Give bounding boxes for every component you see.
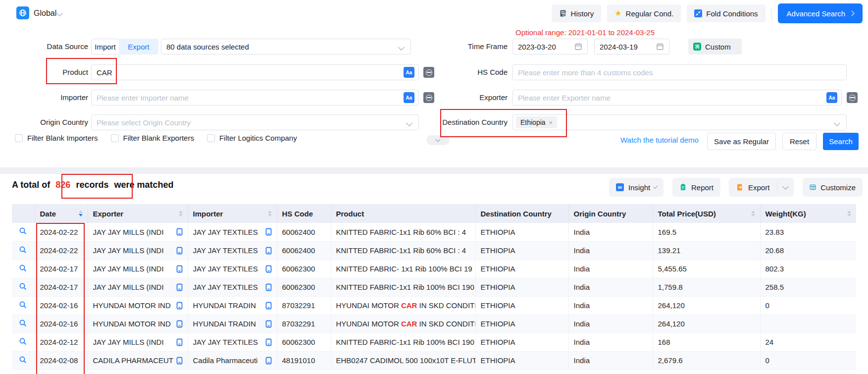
header-total-price[interactable]: Total Price(USD) [653, 204, 760, 223]
insight-button[interactable]: BI Insight [609, 178, 664, 197]
sort-icon[interactable] [751, 211, 755, 216]
company-profile-icon[interactable] [176, 302, 183, 310]
table-row[interactable]: 2024-02-08 CADILA PHARMACEUT [12, 351, 856, 370]
date-value: 2024-02-22 [40, 246, 78, 255]
data-source-export-tab[interactable]: Export [119, 39, 158, 54]
customize-button[interactable]: Customize [803, 178, 863, 197]
data-source-select[interactable]: 80 data sources selected [161, 39, 411, 54]
remove-tag-icon[interactable]: × [549, 119, 553, 126]
cell-hs-code: 60062400 [277, 241, 331, 260]
time-frame-end-input[interactable]: 2024-03-19 [594, 39, 669, 54]
hs-code-input[interactable] [518, 68, 841, 77]
row-detail-search-icon[interactable] [19, 246, 27, 254]
fold-conditions-button[interactable]: Fold Conditions [687, 4, 765, 22]
filter-blank-exporters-checkbox[interactable]: Filter Blank Exporters [111, 134, 194, 142]
chevron-down-icon[interactable] [56, 10, 63, 16]
save-as-regular-button[interactable]: Save as Regular [707, 133, 776, 150]
company-profile-icon[interactable] [176, 283, 183, 291]
calendar-icon[interactable] [574, 43, 582, 51]
export-button[interactable]: Export [729, 183, 772, 192]
reset-button[interactable]: Reset [782, 133, 817, 150]
company-profile-icon[interactable] [265, 265, 272, 273]
company-profile-icon[interactable] [265, 283, 272, 291]
company-profile-icon[interactable] [176, 320, 183, 328]
translate-icon[interactable]: Aa [404, 92, 414, 103]
header-weight[interactable]: Weight(KG) [760, 204, 856, 223]
total-price-value: 169.5 [658, 228, 677, 236]
table-row[interactable]: 2024-02-12 JAY JAY MILLS (INDI [12, 333, 856, 351]
chevron-down-icon [398, 44, 405, 51]
row-detail-search-icon[interactable] [19, 319, 27, 327]
checkbox-icon[interactable] [15, 134, 23, 142]
importer-field[interactable]: Aa [91, 90, 419, 106]
row-detail-search-icon[interactable] [19, 264, 27, 272]
tutorial-demo-link[interactable]: Watch the tutorial demo [620, 136, 699, 144]
table-row[interactable]: 2024-02-16 HYUNDAI MOTOR IND [12, 296, 856, 315]
history-button[interactable]: History [552, 4, 602, 22]
calendar-icon[interactable] [656, 43, 664, 51]
company-profile-icon[interactable] [176, 265, 183, 273]
header-date[interactable]: Date [35, 204, 88, 223]
custom-range-button[interactable]: ⌘ Custom [688, 39, 742, 54]
origin-country-label: Origin Country [12, 114, 88, 130]
regular-cond-button[interactable]: ★ Regular Cond. [607, 4, 681, 22]
exporter-input[interactable] [518, 94, 836, 102]
company-profile-icon[interactable] [176, 247, 183, 255]
table-row[interactable]: 2024-02-22 JAY JAY MILLS (INDI [12, 223, 856, 241]
origin-value: India [574, 320, 590, 328]
header-exporter[interactable]: Exporter [88, 204, 188, 223]
sort-icon[interactable] [847, 211, 851, 216]
exporter-field[interactable]: Aa [512, 90, 842, 106]
table-row[interactable]: 2024-02-17 JAY JAY MILLS (INDI [12, 278, 856, 296]
product-text: EHB0247 CADIMOL 500 100x10T E-FLUT [336, 356, 476, 365]
data-source-import-tab[interactable]: Import [91, 39, 119, 54]
filter-blank-importers-checkbox[interactable]: Filter Blank Importers [15, 134, 98, 142]
sort-icon[interactable] [179, 211, 183, 216]
insight-label: Insight [628, 183, 650, 192]
exporter-exclude-icon[interactable] [847, 92, 858, 103]
company-profile-icon[interactable] [265, 357, 272, 365]
sort-icon[interactable] [79, 211, 83, 216]
translate-icon[interactable]: Aa [404, 67, 414, 78]
collapse-conditions-toggle[interactable] [426, 135, 450, 145]
company-profile-icon[interactable] [265, 247, 272, 255]
report-button[interactable]: Report [672, 178, 720, 197]
app-logo[interactable] [16, 6, 29, 19]
export-dropdown-toggle[interactable] [777, 186, 794, 189]
cell-total-price: 2,679.6 [653, 351, 760, 370]
filter-logistics-company-checkbox[interactable]: Filter Logitics Company [207, 134, 297, 142]
company-profile-icon[interactable] [265, 338, 272, 346]
row-detail-search-icon[interactable] [19, 337, 27, 346]
row-detail-search-icon[interactable] [19, 301, 27, 309]
company-profile-icon[interactable] [265, 302, 272, 310]
company-profile-icon[interactable] [176, 357, 183, 365]
cell-row-action [12, 296, 35, 315]
table-row[interactable]: 2024-02-17 JAY JAY MILLS (INDI [12, 260, 856, 278]
results-table: Date Exporter Importer HS Code Product D… [12, 204, 856, 370]
search-button[interactable]: Search [823, 133, 859, 150]
checkbox-icon[interactable] [207, 134, 215, 142]
header-importer[interactable]: Importer [188, 204, 277, 223]
sort-icon[interactable] [268, 211, 272, 216]
destination-country-select[interactable]: Ethiopia × [512, 114, 847, 130]
row-detail-search-icon[interactable] [19, 227, 27, 235]
company-profile-icon[interactable] [176, 338, 183, 346]
origin-country-select[interactable]: Please select Origin Country [91, 114, 419, 130]
region-selector-label[interactable]: Global [34, 0, 56, 26]
product-input[interactable] [97, 68, 413, 77]
importer-input[interactable] [97, 94, 413, 102]
table-row[interactable]: 2024-02-22 JAY JAY MILLS (INDI [12, 241, 856, 260]
table-row[interactable]: 2024-02-16 HYUNDAI MOTOR IND [12, 315, 856, 333]
checkbox-icon[interactable] [111, 134, 119, 142]
cell-hs-code: 48191010 [277, 351, 331, 370]
advanced-search-button[interactable]: Advanced Search [778, 3, 863, 23]
company-profile-icon[interactable] [176, 228, 183, 236]
translate-icon[interactable]: Aa [826, 92, 837, 103]
company-profile-icon[interactable] [265, 228, 272, 236]
row-detail-search-icon[interactable] [19, 282, 27, 291]
row-detail-search-icon[interactable] [19, 356, 27, 364]
hs-code-field[interactable] [512, 64, 847, 80]
company-profile-icon[interactable] [265, 320, 272, 328]
product-field[interactable]: Aa [91, 64, 419, 80]
time-frame-start-input[interactable]: 2023-03-20 [512, 39, 588, 54]
